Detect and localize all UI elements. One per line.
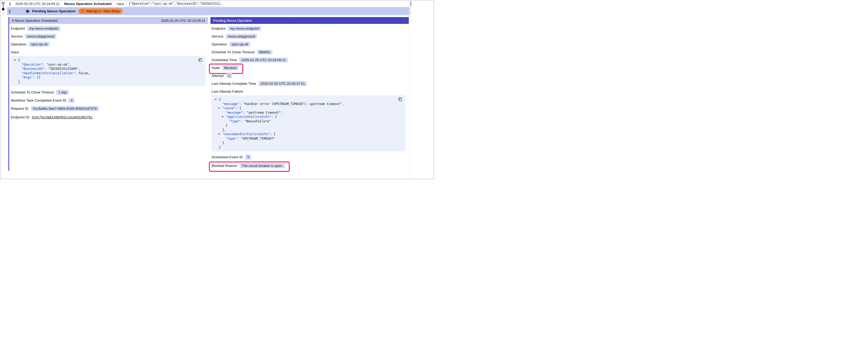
field-row-state-highlighted: State Blocked bbox=[212, 65, 239, 71]
field-label: Endpoint bbox=[212, 27, 225, 30]
field-label: Scheduled Event ID bbox=[212, 155, 243, 159]
panel-body: Endpoint my-nexus-endpoint Service nexus… bbox=[9, 26, 208, 120]
field-row-workflow-task-completed-event-id: Workflow Task Completed Event ID 4 bbox=[11, 97, 74, 103]
field-row-scheduled-time: Scheduled Time 2025-02-25 UTC 20:24:09.2… bbox=[212, 57, 288, 63]
field-label: Operation bbox=[212, 42, 227, 46]
panel-title: Pending Nexus Operation bbox=[213, 19, 252, 23]
state-badge: Blocked bbox=[222, 65, 239, 70]
code-line: "message": "handler error (UPSTREAM_TIME… bbox=[214, 102, 396, 106]
code-line: "Args": [] bbox=[13, 75, 196, 80]
field-label: Endpoint bbox=[11, 27, 25, 30]
panel-pending-nexus-operation: Pending Nexus Operation Endpoint my-nexu… bbox=[211, 17, 409, 171]
field-label: Last Attempt Complete Time bbox=[212, 82, 256, 86]
code-line: "BusinessID": "20250225122409", bbox=[13, 67, 196, 71]
json-code: {"message": "handler error (UPSTREAM_TIM… bbox=[214, 97, 396, 149]
timeline-connector bbox=[3, 5, 3, 8]
event-timeline-rail bbox=[0, 0, 7, 19]
field-value-badge: 1 day bbox=[56, 90, 69, 95]
input-json-viewer: {"Operation": "sync-op-ok","BusinessID":… bbox=[11, 56, 206, 86]
copy-button[interactable] bbox=[398, 97, 402, 101]
field-label: Service bbox=[212, 34, 223, 38]
panel-nexus-operation-scheduled: 5 Nexus Operation Scheduled 2025-02-25 U… bbox=[8, 17, 208, 171]
code-line: { bbox=[214, 97, 396, 102]
field-label: Attempt bbox=[212, 74, 224, 78]
retry-icon bbox=[81, 9, 84, 13]
field-value-badge: 4 bbox=[68, 98, 74, 103]
field-row-operation: Operation sync-op-ok bbox=[11, 41, 50, 47]
temporal-event-history-screen: 5 2025-02-25 UTC 20:24:09.21 Nexus Opera… bbox=[0, 0, 434, 179]
field-row-schedule-to-close-timeout: Schedule To Close Timeout 1 day bbox=[11, 89, 69, 95]
panel-header: 5 Nexus Operation Scheduled 2025-02-25 U… bbox=[9, 17, 208, 24]
panel-header-striped: Pending Nexus Operation bbox=[211, 17, 409, 24]
copy-button[interactable] bbox=[198, 58, 202, 62]
input-label: Input bbox=[117, 2, 124, 6]
event-row-pending[interactable]: 5 Pending Nexus Operation Attempt 2 • Ne… bbox=[7, 7, 409, 15]
field-row-operation: Operation sync-op-ok bbox=[212, 41, 250, 47]
event-timestamp: 2025-02-25 UTC 20:24:09.21 bbox=[15, 2, 60, 6]
event-title: Pending Nexus Operation bbox=[32, 9, 75, 13]
field-row-blocked-reason-highlighted: Blocked Reason The circuit breaker is op… bbox=[212, 163, 285, 168]
panel-body: Endpoint my-nexus-endpoint Service nexus… bbox=[211, 26, 409, 168]
field-value-badge: nexus-playground bbox=[25, 34, 56, 39]
code-line: }, bbox=[214, 128, 396, 132]
field-label: Service bbox=[11, 34, 23, 38]
collapse-chevron-icon[interactable] bbox=[218, 134, 220, 135]
scrollbar[interactable] bbox=[409, 1, 412, 179]
field-label: Schedule To Close Timeout bbox=[11, 90, 54, 94]
field-value-badge: 5 bbox=[245, 155, 251, 160]
field-row-endpoint: Endpoint my-nexus-endpoint bbox=[11, 26, 60, 31]
field-row-service: Service nexus-playground bbox=[11, 33, 56, 39]
code-line: "HandlerWaitForCancellation": false, bbox=[13, 71, 196, 75]
field-value-badge: 2025-02-25 UTC 20:24:09.21 bbox=[239, 58, 288, 62]
endpoint-id-link[interactable]: 3c0c75ccfa8144b092c13ce632463761 bbox=[32, 115, 93, 119]
code-line: "type": "UPSTREAM_TIMEOUT" bbox=[214, 136, 396, 141]
code-line: "cause": { bbox=[214, 106, 396, 110]
code-line: { bbox=[13, 58, 196, 62]
collapse-chevron-icon[interactable] bbox=[221, 116, 223, 118]
field-value-badge: b1c6a4bc-8ee7-468a-9169-df3b02c8737b bbox=[31, 106, 99, 111]
retry-badge-label: Attempt 2 • Next Retry bbox=[86, 9, 120, 13]
code-line: } bbox=[214, 141, 396, 145]
code-line: } bbox=[214, 145, 396, 150]
last-attempt-failure-label: Last Attempt Failure bbox=[212, 89, 407, 94]
field-row-schedule-to-close-timeout: Schedule To Close Timeout 86400s bbox=[212, 49, 273, 55]
code-line: "nexusHandlerFailureInfo": { bbox=[214, 132, 396, 136]
blocked-reason-badge: The circuit breaker is open. bbox=[240, 163, 285, 168]
field-row-request-id: Request ID b1c6a4bc-8ee7-468a-9169-df3b0… bbox=[11, 105, 99, 111]
field-value-badge: 2025-02-25 UTC 20:25:27.51 bbox=[258, 81, 307, 86]
field-label: Schedule To Close Timeout bbox=[212, 50, 254, 54]
collapse-chevron-icon[interactable] bbox=[215, 99, 217, 100]
failure-json-viewer: {"message": "handler error (UPSTREAM_TIM… bbox=[212, 95, 405, 152]
field-label: State bbox=[212, 66, 220, 70]
event-row-scheduled[interactable]: 5 2025-02-25 UTC 20:24:09.21 Nexus Opera… bbox=[7, 1, 221, 7]
field-row-endpoint: Endpoint my-nexus-endpoint bbox=[212, 26, 261, 31]
field-label: Endpoint ID bbox=[11, 115, 29, 119]
event-id-link[interactable]: 5 bbox=[9, 2, 11, 6]
input-json-preview: {"Operation":"sync-op-ok","BusinessID":"… bbox=[126, 1, 221, 6]
field-value-badge: 2 bbox=[226, 73, 232, 78]
scrollbar-thumb[interactable] bbox=[410, 1, 411, 6]
field-row-last-attempt-complete-time: Last Attempt Complete Time 2025-02-25 UT… bbox=[212, 80, 307, 86]
field-label: Blocked Reason bbox=[212, 164, 237, 168]
field-label: Operation bbox=[11, 42, 26, 46]
field-value-badge: 86400s bbox=[257, 50, 273, 55]
scrollbar-dotted-marker bbox=[410, 8, 411, 15]
field-label: Request ID bbox=[11, 106, 29, 110]
collapse-chevron-icon[interactable] bbox=[14, 60, 16, 61]
code-line: "applicationFailureInfo": { bbox=[214, 115, 396, 119]
field-value-badge: nexus-playground bbox=[226, 34, 257, 39]
field-value-badge: my-nexus-endpoint bbox=[228, 26, 261, 31]
field-value-badge: sync-op-ok bbox=[229, 42, 250, 47]
field-row-endpoint-id: Endpoint ID 3c0c75ccfa8144b092c13ce63246… bbox=[11, 114, 93, 120]
event-id-link[interactable]: 5 bbox=[9, 9, 10, 13]
timeline-dotted-connector bbox=[3, 11, 3, 15]
nexus-star-icon bbox=[26, 9, 30, 13]
field-row-attempt: Attempt 2 bbox=[212, 73, 232, 78]
collapse-chevron-icon[interactable] bbox=[218, 108, 220, 109]
panel-title: 5 Nexus Operation Scheduled bbox=[12, 19, 57, 23]
json-code: {"Operation": "sync-op-ok","BusinessID":… bbox=[13, 58, 196, 84]
code-line: "type": "NexusFailure" bbox=[214, 119, 396, 124]
field-label: Scheduled Time bbox=[212, 58, 237, 62]
code-line: "message": "upstream timeout", bbox=[214, 110, 396, 115]
field-value-badge: sync-op-ok bbox=[29, 42, 50, 47]
